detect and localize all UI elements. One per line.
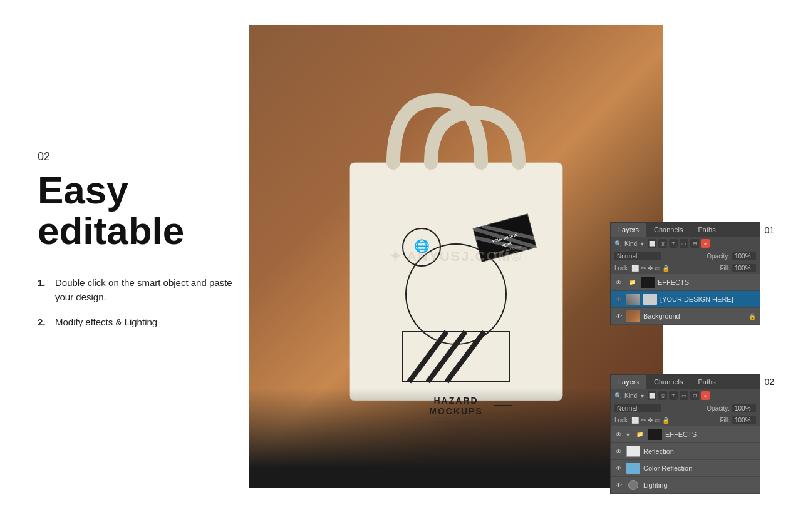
tab-channels-2[interactable]: Channels xyxy=(646,375,690,389)
folder-arrow-2[interactable]: ▾ xyxy=(626,431,630,438)
filter-shape-icon[interactable]: ▭ xyxy=(680,239,688,248)
opacity-value-1[interactable]: 100% xyxy=(732,252,756,260)
panel2-toolbar: 🔍 Kind ▾ ⬜ ◎ T ▭ ⊞ ● xyxy=(611,389,760,402)
filter-pixel-icon-2[interactable]: ⬜ xyxy=(648,391,656,400)
layer-folder-icon-2: 📁 xyxy=(634,429,645,440)
fill-label-2: Fill: xyxy=(720,417,730,424)
effects-thumb-1 xyxy=(641,277,655,288)
panel1-lock-row: Lock: ⬜ ✏ ✥ ▭ 🔒 Fill: 100% xyxy=(611,262,760,274)
lock-all-icon-2[interactable]: 🔒 xyxy=(662,417,670,424)
filter-shape-icon-2[interactable]: ▭ xyxy=(680,391,688,400)
filter-adjust-icon-2[interactable]: ◎ xyxy=(658,391,667,400)
panel1-fill: Fill: 100% xyxy=(720,264,756,272)
lock-draw-icon-2[interactable]: ✏ xyxy=(641,417,646,424)
lighting-thumb-2 xyxy=(626,479,640,491)
filter-adjust-icon[interactable]: ◎ xyxy=(658,239,667,248)
tab-layers-1[interactable]: Layers xyxy=(611,223,646,237)
panel-label-02: 02 xyxy=(764,377,774,387)
lock-all-icon[interactable]: 🔒 xyxy=(662,265,670,272)
layer-name-color-reflection-2: Color Reflection xyxy=(643,464,756,472)
lock-icons-2: Lock: ⬜ ✏ ✥ ▭ 🔒 xyxy=(614,417,670,424)
fill-value-2[interactable]: 100% xyxy=(732,416,756,424)
lock-art-icon-2[interactable]: ▭ xyxy=(655,417,660,424)
visibility-eye-color-reflection-2[interactable]: 👁 xyxy=(614,464,623,473)
tab-paths-2[interactable]: Paths xyxy=(691,375,723,389)
tab-channels-1[interactable]: Channels xyxy=(646,223,690,237)
instruction-text-2: Modify effects & Lighting xyxy=(55,315,157,330)
filter-dot-icon-2[interactable]: ● xyxy=(701,391,710,400)
panel2-lock-row: Lock: ⬜ ✏ ✥ ▭ 🔒 Fill: 100% xyxy=(611,414,760,426)
visibility-eye-bg-1[interactable]: 👁 xyxy=(614,312,623,320)
visibility-eye-reflection-2[interactable]: 👁 xyxy=(614,447,623,456)
blend-mode-label-1: Normal xyxy=(614,252,661,260)
opacity-label-1: Opacity: xyxy=(707,253,730,260)
lock-pixel-icon-2[interactable]: ⬜ xyxy=(631,417,639,424)
instruction-item-1: 1. Double click on the smart object and … xyxy=(38,276,238,304)
headline: Easy editable xyxy=(38,170,238,251)
visibility-eye-design-1[interactable]: 👁 xyxy=(614,295,623,304)
tab-layers-2[interactable]: Layers xyxy=(611,375,646,389)
layer-name-design-1: [YOUR DESIGN HERE] xyxy=(660,295,756,303)
visibility-eye-effects-1[interactable]: 👁 xyxy=(614,278,623,287)
panel1-toolbar: 🔍 Kind ▾ ⬜ ◎ T ▭ ⊞ ● xyxy=(611,237,760,250)
panel2-tabs: Layers Channels Paths xyxy=(611,375,760,389)
lock-pos-icon[interactable]: ✥ xyxy=(648,265,653,272)
filter-pixel-icon[interactable]: ⬜ xyxy=(648,239,656,248)
panel1-filter-icons: ⬜ ◎ T ▭ ⊞ ● xyxy=(648,239,710,248)
color-reflection-thumb-2 xyxy=(626,463,640,474)
svg-rect-0 xyxy=(350,163,562,401)
layer-reflection-2[interactable]: 👁 Reflection xyxy=(611,443,760,460)
kind-dropdown-arrow-1[interactable]: ▾ xyxy=(641,240,644,247)
tote-bag-svg: 🌐 HAZARD MOCKUPS HazardMockups.com YOUR … xyxy=(312,63,600,426)
layer-lighting-2[interactable]: 👁 Lighting xyxy=(611,477,760,494)
kind-label-1: Kind xyxy=(624,240,637,247)
layer-name-bg-1: Background xyxy=(643,312,745,320)
search-icon-1: 🔍 xyxy=(614,240,622,247)
layer-name-reflection-2: Reflection xyxy=(643,448,756,455)
panel2-fill: Fill: 100% xyxy=(720,416,756,424)
lock-label-2: Lock: xyxy=(614,417,630,424)
instruction-item-2: 2. Modify effects & Lighting xyxy=(38,315,238,330)
layer-effects-1[interactable]: 👁 📁 EFFECTS xyxy=(611,274,760,291)
layer-color-reflection-2[interactable]: 👁 Color Reflection xyxy=(611,460,760,477)
ps-panel-1: Layers Channels Paths 🔍 Kind ▾ ⬜ ◎ T ▭ ⊞… xyxy=(610,222,760,325)
panel1-blend-row: Normal Opacity: 100% xyxy=(611,250,760,262)
headline-line2: editable xyxy=(38,209,184,252)
fill-label-1: Fill: xyxy=(720,265,730,272)
layer-background-1[interactable]: 👁 Background 🔒 xyxy=(611,308,760,325)
fill-value-1[interactable]: 100% xyxy=(732,264,756,272)
bg-thumb-1 xyxy=(626,310,640,322)
opacity-label-2: Opacity: xyxy=(707,405,730,412)
visibility-eye-effects-2[interactable]: 👁 xyxy=(614,430,623,439)
tab-paths-1[interactable]: Paths xyxy=(691,223,723,237)
panel-label-01: 01 xyxy=(764,225,774,235)
tote-bag-area: 🌐 HAZARD MOCKUPS HazardMockups.com YOUR … xyxy=(312,63,600,426)
visibility-eye-lighting-2[interactable]: 👁 xyxy=(614,481,623,489)
lock-draw-icon[interactable]: ✏ xyxy=(641,265,646,272)
kind-dropdown-arrow-2[interactable]: ▾ xyxy=(641,392,644,399)
layer-lock-icon-bg-1: 🔒 xyxy=(749,313,756,320)
layer-design-1[interactable]: 👁 [YOUR DESIGN HERE] xyxy=(611,291,760,308)
filter-smart-icon-2[interactable]: ⊞ xyxy=(690,391,699,400)
layer-name-effects-1: EFFECTS xyxy=(658,279,756,286)
lock-pos-icon-2[interactable]: ✥ xyxy=(648,417,653,424)
instruction-num-1: 1. xyxy=(38,276,55,290)
panel2-opacity: Opacity: 100% xyxy=(707,404,756,412)
lock-art-icon[interactable]: ▭ xyxy=(655,265,660,272)
panel2-filter-icons: ⬜ ◎ T ▭ ⊞ ● xyxy=(648,391,710,400)
lock-icons-1: Lock: ⬜ ✏ ✥ ▭ 🔒 xyxy=(614,265,670,272)
lock-pixel-icon[interactable]: ⬜ xyxy=(631,265,639,272)
lock-label-1: Lock: xyxy=(614,265,630,272)
blend-mode-label-2: Normal xyxy=(614,404,661,412)
ps-panel-2: Layers Channels Paths 🔍 Kind ▾ ⬜ ◎ T ▭ ⊞… xyxy=(610,374,760,494)
filter-smart-icon[interactable]: ⊞ xyxy=(690,239,699,248)
layer-name-lighting-2: Lighting xyxy=(643,481,756,489)
filter-type-icon[interactable]: T xyxy=(669,239,678,248)
filter-dot-icon[interactable]: ● xyxy=(701,239,710,248)
headline-line1: Easy xyxy=(38,168,128,212)
layer-effects-2[interactable]: 👁 ▾ 📁 EFFECTS xyxy=(611,426,760,443)
opacity-value-2[interactable]: 100% xyxy=(732,404,756,412)
filter-type-icon-2[interactable]: T xyxy=(669,391,678,400)
reflection-thumb-2 xyxy=(626,446,640,457)
instruction-num-2: 2. xyxy=(38,315,55,330)
